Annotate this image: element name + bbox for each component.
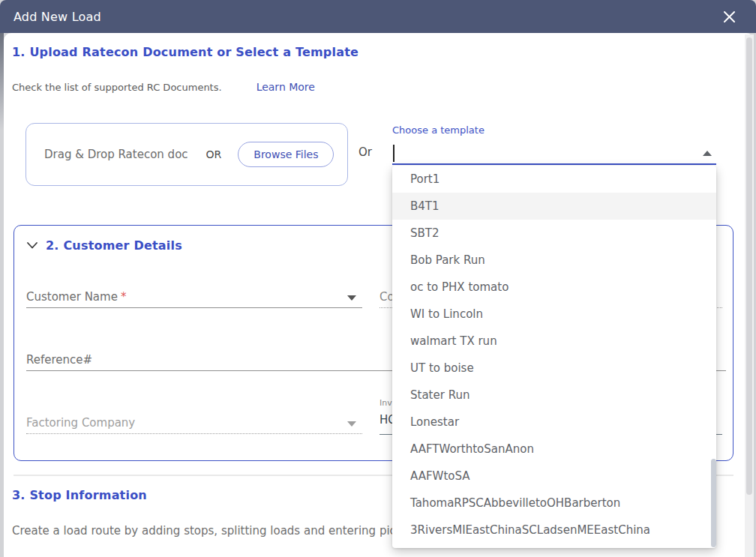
close-button[interactable] [722, 9, 736, 24]
ratecon-dropzone[interactable]: Drag & Drop Ratecon doc OR Browse Files [26, 123, 348, 186]
template-select-label: Choose a template [392, 124, 484, 136]
stop-section-title: 3. Stop Information [12, 488, 147, 502]
stop-section-description: Create a load route by adding stops, spl… [12, 524, 416, 538]
close-icon [724, 11, 735, 22]
template-select-input[interactable] [392, 141, 716, 165]
dropzone-text: Drag & Drop Ratecon doc [44, 148, 188, 161]
dropdown-option[interactable]: Lonestar [392, 409, 716, 436]
learn-more-link[interactable]: Learn More [256, 81, 315, 93]
customer-section-title: 2. Customer Details [46, 238, 182, 253]
dropdown-option[interactable]: oc to PHX tomato [392, 274, 716, 301]
browse-files-button[interactable]: Browse Files [238, 142, 334, 167]
caret-down-icon [347, 295, 356, 301]
dropdown-scrollbar-thumb[interactable] [711, 459, 716, 547]
or-divider-text: Or [358, 145, 372, 159]
dropdown-option[interactable]: 3RiversMIEastChinaSCLadsenMEEastChina [392, 517, 716, 544]
invoice-field-label: Inv [380, 398, 392, 408]
template-dropdown-menu: Port1 B4T1 SBT2 Bob Park Run oc to PHX t… [392, 166, 716, 548]
factoring-company-select[interactable]: Factoring Company [26, 415, 362, 434]
dropdown-option[interactable]: WI to Lincoln [392, 301, 716, 328]
dropdown-option[interactable]: Bob Park Run [392, 247, 716, 274]
dropdown-collapse-icon[interactable] [703, 151, 712, 156]
dropdown-option[interactable]: AAFWtoSA [392, 463, 716, 490]
text-caret [393, 145, 394, 162]
upload-section-title: 1. Upload Ratecon Document or Select a T… [12, 45, 358, 59]
field-underline [26, 307, 362, 308]
customer-name-label: Customer Name [26, 290, 118, 304]
dropdown-option[interactable]: AAFTWorthtoSanAnon [392, 436, 716, 463]
modal-header: Add New Load [0, 0, 756, 33]
dropdown-option[interactable]: Port1 [392, 166, 716, 193]
customer-name-select[interactable]: Customer Name* [26, 289, 362, 308]
dropdown-option[interactable]: SBT2 [392, 220, 716, 247]
reference-label: Reference# [26, 353, 92, 367]
caret-down-icon [347, 421, 356, 427]
field-underline [26, 433, 362, 434]
dropdown-option[interactable]: TahomaRPSCAbbevilletoOHBarberton [392, 490, 716, 517]
dropdown-option[interactable]: walmart TX run [392, 328, 716, 355]
factoring-company-label: Factoring Company [26, 416, 135, 430]
collapse-section-button[interactable] [25, 238, 40, 253]
supported-docs-text: Check the list of supported RC Documents… [12, 82, 222, 93]
dropdown-option[interactable]: Stater Run [392, 382, 716, 409]
modal-scrollbar-track[interactable] [745, 34, 754, 557]
dropzone-or-text: OR [206, 148, 222, 160]
modal-body: 1. Upload Ratecon Document or Select a T… [4, 33, 754, 557]
dropdown-option-highlighted[interactable]: B4T1 [392, 193, 716, 220]
required-asterisk: * [121, 290, 127, 304]
dropdown-option[interactable]: UT to boise [392, 355, 716, 382]
modal-title: Add New Load [14, 10, 101, 24]
modal-scrollbar-thumb[interactable] [746, 37, 752, 495]
chevron-down-icon [27, 242, 38, 249]
